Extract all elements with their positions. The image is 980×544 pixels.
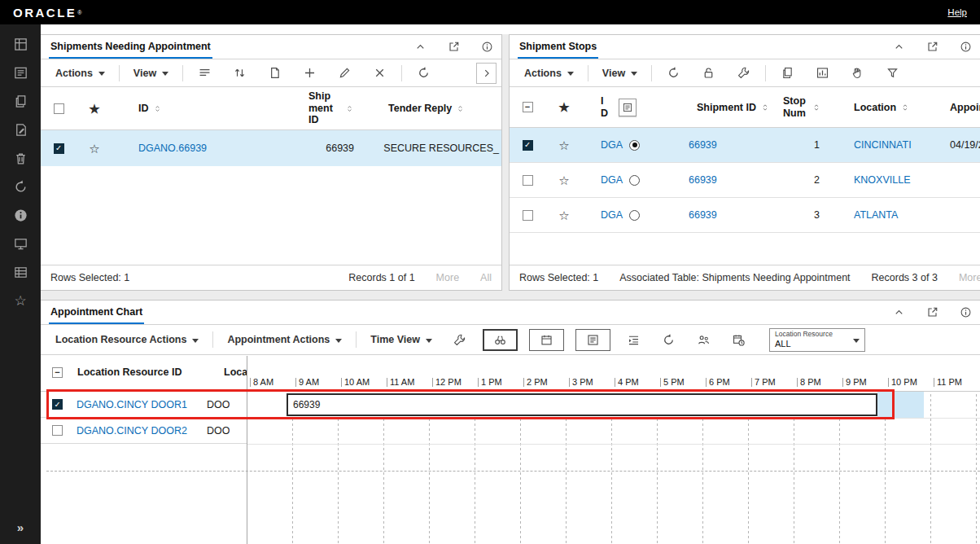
collapse-all-checkbox[interactable] (523, 102, 533, 112)
id-list-button[interactable] (619, 99, 637, 116)
find-appointments-button[interactable] (483, 329, 518, 351)
appointment-bar[interactable]: 66939 (287, 393, 877, 416)
info-icon[interactable] (13, 208, 28, 223)
copy-document-icon[interactable] (781, 66, 794, 80)
hand-icon[interactable] (851, 66, 864, 80)
time-view-menu[interactable]: Time View (361, 325, 442, 354)
location-link[interactable]: KNOXVILLE (854, 174, 910, 186)
location-resource-filter-select[interactable]: Location Resource ALL (769, 328, 865, 352)
stop-id-link[interactable]: DGA (601, 174, 623, 186)
document-edit-icon[interactable] (13, 122, 28, 138)
resource-row[interactable]: DGANO.CINCY DOOR1 DOO (41, 392, 247, 418)
view-menu[interactable]: View (593, 59, 647, 86)
row-radio[interactable] (629, 140, 640, 151)
refresh-icon[interactable] (13, 179, 28, 195)
more-records-button[interactable]: More (436, 272, 459, 283)
location-resource-actions-menu[interactable]: Location Resource Actions (46, 325, 208, 354)
column-header-id[interactable]: ID (112, 103, 275, 114)
location-link[interactable]: CINCINNATI (854, 139, 912, 151)
add-icon[interactable] (303, 66, 317, 80)
open-in-new-icon[interactable] (926, 306, 938, 318)
shipment-id-link[interactable]: 66939 (689, 209, 717, 221)
column-header-shipment-id[interactable]: Ship ment ID (275, 90, 369, 125)
row-favorite-icon[interactable] (89, 143, 99, 155)
row-checkbox[interactable] (523, 210, 533, 221)
more-toolbar-button[interactable] (476, 63, 497, 84)
resource-id-link[interactable]: DGANO.CINCY DOOR1 (77, 399, 207, 410)
indent-rows-icon[interactable] (627, 333, 641, 347)
sidebar-expand-button[interactable]: » (17, 520, 24, 534)
favorites-star-icon[interactable]: ☆ (14, 293, 26, 309)
sort-icon[interactable] (345, 104, 354, 113)
sort-icon[interactable] (153, 104, 162, 113)
select-all-checkbox[interactable] (54, 103, 64, 114)
resource-row[interactable]: DGANO.CINCY DOOR2 DOO (41, 418, 247, 444)
sort-icon[interactable] (456, 104, 465, 113)
stop-id-link[interactable]: DGA (601, 139, 623, 151)
filter-icon[interactable] (886, 66, 899, 80)
chart-icon[interactable] (816, 66, 829, 80)
row-radio[interactable] (629, 175, 640, 186)
collapse-panel-icon[interactable] (893, 306, 905, 318)
all-records-button[interactable]: All (480, 272, 492, 283)
table-row[interactable]: DGA 66939 2 KNOXVILLE (510, 163, 980, 198)
column-header-location[interactable]: Loca (224, 366, 247, 378)
open-in-new-icon[interactable] (448, 41, 460, 53)
collapse-panel-icon[interactable] (414, 41, 427, 53)
favorite-column-icon[interactable] (558, 101, 569, 113)
row-checkbox[interactable] (54, 143, 64, 154)
wrench-icon[interactable] (737, 66, 750, 80)
appointment-actions-menu[interactable]: Appointment Actions (217, 325, 352, 354)
open-in-new-icon[interactable] (926, 41, 938, 53)
calendar-view-button[interactable] (529, 329, 564, 351)
column-header-stop-num[interactable]: Stop Num (770, 95, 831, 119)
resource-id-link[interactable]: DGANO.CINCY DOOR2 (77, 425, 207, 437)
grid-icon[interactable] (13, 37, 28, 52)
sort-icon[interactable] (900, 103, 910, 112)
collapse-panel-icon[interactable] (893, 41, 905, 53)
actions-menu[interactable]: Actions (514, 59, 584, 86)
wrench-icon[interactable] (453, 333, 466, 347)
info-icon[interactable] (960, 306, 972, 318)
shipment-id-link[interactable]: 66939 (689, 139, 717, 151)
calendar-clock-icon[interactable] (732, 333, 746, 347)
table-row[interactable]: DGA 66939 3 ATLANTA (510, 198, 980, 233)
column-header-id[interactable]: I D (583, 95, 664, 119)
collapse-all-checkbox[interactable] (52, 367, 63, 378)
table-row[interactable]: DGA 66939 1 CINCINNATI 04/19/2 (510, 128, 980, 163)
row-radio[interactable] (629, 210, 640, 221)
location-link[interactable]: ATLANTA (854, 209, 898, 221)
column-header-appointment[interactable]: Appoint (937, 102, 980, 113)
edit-icon[interactable] (338, 66, 352, 80)
more-records-button[interactable]: More (959, 272, 980, 283)
shipment-id-link[interactable]: DGANO.66939 (138, 143, 207, 154)
resources-people-icon[interactable] (697, 333, 711, 347)
column-header-tender-reply[interactable]: Tender Reply (369, 103, 502, 114)
time-grid[interactable]: 66939 (247, 392, 980, 544)
table-settings-icon[interactable] (198, 66, 212, 80)
favorite-column-icon[interactable] (89, 103, 99, 115)
refresh-icon[interactable] (662, 333, 676, 347)
refresh-icon[interactable] (667, 66, 680, 80)
row-favorite-icon[interactable] (558, 139, 569, 151)
agenda-view-button[interactable] (575, 329, 610, 351)
sort-icon[interactable] (760, 103, 770, 112)
refresh-icon[interactable] (417, 66, 431, 80)
column-header-location[interactable]: Location (831, 102, 937, 113)
row-checkbox[interactable] (52, 425, 63, 436)
info-icon[interactable] (960, 41, 972, 53)
monitor-icon[interactable] (13, 236, 28, 252)
info-icon[interactable] (481, 41, 493, 53)
lock-icon[interactable] (702, 66, 715, 80)
stop-id-link[interactable]: DGA (601, 209, 623, 221)
table-row[interactable]: DGANO.66939 66939 SECURE RESOURCES_ (41, 130, 501, 166)
sort-icon[interactable] (812, 103, 821, 112)
new-document-icon[interactable] (268, 66, 282, 80)
row-favorite-icon[interactable] (558, 174, 569, 186)
column-header-resource-id[interactable]: Location Resource ID (77, 366, 182, 378)
column-header-shipment-id[interactable]: Shipment ID (664, 102, 770, 113)
help-link[interactable]: Help (947, 7, 967, 17)
view-menu[interactable]: View (124, 59, 178, 86)
actions-menu[interactable]: Actions (46, 59, 115, 86)
copy-icon[interactable] (13, 94, 28, 109)
